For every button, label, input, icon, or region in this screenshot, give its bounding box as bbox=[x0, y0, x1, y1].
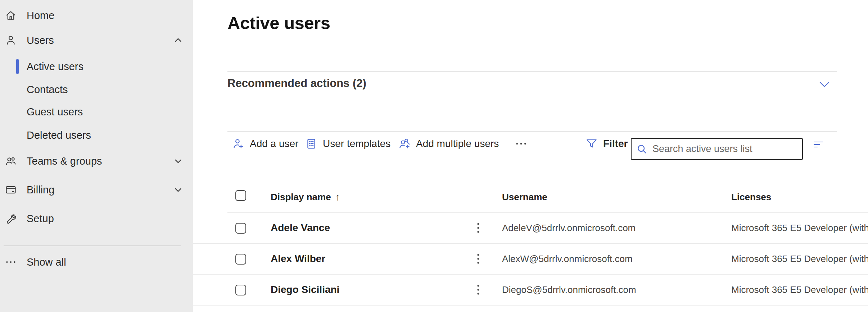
sidebar-item-label: Contacts bbox=[27, 84, 68, 96]
table-row[interactable]: Alex Wilber AlexW@5drrlv.onmicrosoft.com… bbox=[193, 244, 868, 275]
select-all-checkbox[interactable] bbox=[235, 190, 246, 201]
sidebar-nav: Home Users Active users Contacts Guest u… bbox=[0, 0, 193, 312]
add-person-icon bbox=[232, 137, 245, 150]
table-header-row: Display name↑ Username Licenses bbox=[193, 182, 868, 212]
chevron-down-icon bbox=[173, 156, 184, 166]
column-header-username[interactable]: Username bbox=[502, 192, 547, 203]
sidebar-item-active-users[interactable]: Active users bbox=[0, 56, 193, 77]
display-name-cell[interactable]: Diego Siciliani bbox=[271, 284, 339, 295]
person-icon bbox=[5, 34, 17, 46]
column-header-licenses[interactable]: Licenses bbox=[731, 192, 771, 203]
row-checkbox[interactable] bbox=[235, 254, 246, 265]
sidebar-item-label: Active users bbox=[27, 61, 83, 73]
sidebar-item-label: Home bbox=[27, 10, 54, 22]
add-a-user-button[interactable]: Add a user bbox=[232, 134, 298, 154]
sidebar-item-label: Show all bbox=[27, 256, 66, 268]
sidebar-item-show-all[interactable]: Show all bbox=[0, 252, 193, 272]
toolbar-button-label: Add multiple users bbox=[416, 138, 499, 150]
display-name-cell[interactable]: Adele Vance bbox=[271, 222, 330, 234]
row-checkbox[interactable] bbox=[235, 285, 246, 295]
sidebar-item-label: Setup bbox=[27, 213, 54, 225]
username-cell: AdeleV@5drrlv.onmicrosoft.com bbox=[502, 222, 636, 234]
row-checkbox[interactable] bbox=[235, 223, 246, 234]
sidebar-item-home[interactable]: Home bbox=[0, 5, 193, 26]
table-row[interactable]: Adele Vance AdeleV@5drrlv.onmicrosoft.co… bbox=[193, 213, 868, 244]
username-cell: DiegoS@5drrlv.onmicrosoft.com bbox=[502, 284, 636, 295]
kebab-icon[interactable] bbox=[472, 283, 484, 297]
sidebar-item-label: Users bbox=[27, 35, 54, 46]
recommended-actions-header[interactable]: Recommended actions (2) bbox=[227, 77, 366, 90]
people-icon bbox=[5, 155, 17, 167]
sidebar-item-setup[interactable]: Setup bbox=[0, 208, 193, 229]
sidebar-item-label: Guest users bbox=[27, 106, 83, 118]
ellipsis-icon bbox=[5, 256, 17, 268]
sidebar-item-billing[interactable]: Billing bbox=[0, 180, 193, 200]
search-input[interactable] bbox=[652, 143, 798, 155]
sidebar-item-label: Deleted users bbox=[27, 129, 91, 141]
chevron-down-icon bbox=[173, 184, 184, 195]
toolbar-button-label: User templates bbox=[323, 138, 390, 150]
recommended-actions-expand-button[interactable] bbox=[816, 76, 833, 93]
search-icon bbox=[636, 143, 648, 155]
wrench-icon bbox=[5, 212, 17, 225]
username-cell: AlexW@5drrlv.onmicrosoft.com bbox=[502, 253, 633, 265]
sort-ascending-arrow: ↑ bbox=[335, 192, 340, 202]
sidebar-item-teams-groups[interactable]: Teams & groups bbox=[0, 151, 193, 171]
filter-button-label: Filter bbox=[603, 138, 628, 150]
add-people-icon bbox=[398, 137, 411, 150]
section-divider bbox=[227, 131, 837, 132]
search-box bbox=[631, 138, 803, 160]
m365-admin-active-users-screen: Home Users Active users Contacts Guest u… bbox=[0, 0, 868, 312]
licenses-cell: Microsoft 365 E5 Developer (withou bbox=[731, 222, 868, 234]
sidebar-item-label: Teams & groups bbox=[27, 155, 102, 167]
sidebar-item-label: Billing bbox=[27, 184, 54, 196]
home-icon bbox=[5, 9, 17, 22]
table-row[interactable]: Diego Siciliani DiegoS@5drrlv.onmicrosof… bbox=[193, 275, 868, 306]
page-title: Active users bbox=[227, 13, 330, 33]
section-divider bbox=[227, 71, 837, 72]
toolbar-button-label: Add a user bbox=[250, 138, 298, 150]
credit-card-icon bbox=[5, 184, 17, 196]
sort-lines-icon[interactable] bbox=[810, 137, 826, 152]
licenses-cell: Microsoft 365 E5 Developer (withou bbox=[731, 284, 868, 295]
user-template-icon bbox=[305, 137, 318, 150]
sidebar-item-deleted-users[interactable]: Deleted users bbox=[0, 125, 193, 145]
filter-button[interactable]: Filter bbox=[585, 134, 628, 154]
sidebar-divider bbox=[4, 246, 181, 246]
sidebar-item-contacts[interactable]: Contacts bbox=[0, 79, 193, 100]
chevron-up-icon bbox=[173, 35, 184, 46]
display-name-cell[interactable]: Alex Wilber bbox=[271, 253, 325, 265]
main-content: Active users Recommended actions (2) Add… bbox=[193, 0, 868, 312]
kebab-icon[interactable] bbox=[472, 252, 484, 266]
sidebar-item-guest-users[interactable]: Guest users bbox=[0, 102, 193, 122]
more-actions-button[interactable] bbox=[515, 134, 528, 154]
kebab-icon[interactable] bbox=[472, 221, 484, 235]
add-multiple-users-button[interactable]: Add multiple users bbox=[398, 134, 499, 154]
column-header-display-name[interactable]: Display name↑ bbox=[271, 192, 340, 203]
more-ellipsis-icon bbox=[515, 137, 528, 150]
selected-indicator bbox=[16, 59, 19, 74]
user-templates-button[interactable]: User templates bbox=[305, 134, 390, 154]
sidebar-item-users[interactable]: Users bbox=[0, 30, 193, 50]
licenses-cell: Microsoft 365 E5 Developer (withou bbox=[731, 253, 868, 265]
filter-icon bbox=[585, 137, 598, 150]
